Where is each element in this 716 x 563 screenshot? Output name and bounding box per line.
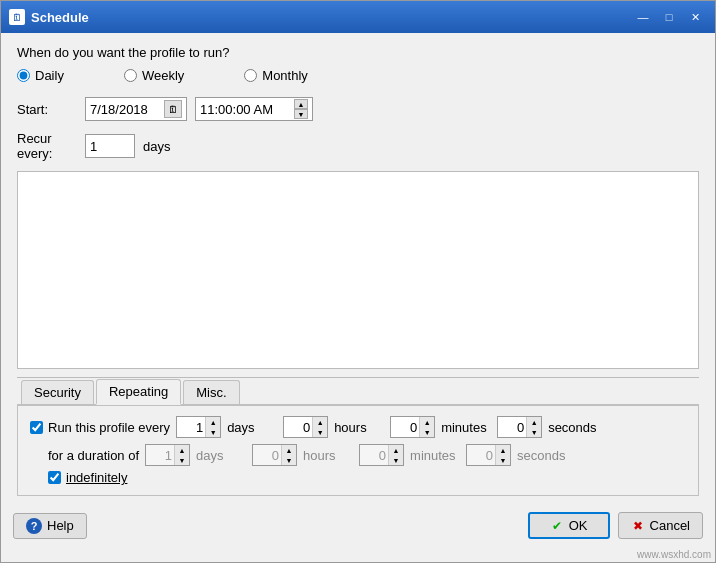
ok-icon: ✔ — [550, 519, 564, 533]
run-minutes-label: minutes — [441, 420, 491, 435]
run-checkbox[interactable] — [30, 421, 43, 434]
start-date-input[interactable] — [90, 102, 160, 117]
run-hours-label: hours — [334, 420, 384, 435]
dur-hours-down[interactable]: ▼ — [282, 455, 296, 465]
duration-row: for a duration of ▲ ▼ days ▲ — [30, 444, 686, 466]
dur-minutes-label: minutes — [410, 448, 460, 463]
recur-label: Recur every: — [17, 131, 77, 161]
title-bar-left: 🗓 Schedule — [9, 9, 89, 25]
weekly-option[interactable]: Weekly — [124, 68, 184, 83]
watermark: www.wsxhd.com — [1, 549, 715, 562]
window-title: Schedule — [31, 10, 89, 25]
run-hours-up[interactable]: ▲ — [313, 417, 327, 427]
date-picker-button[interactable]: 🗓 — [164, 100, 182, 118]
tabs-container: Security Repeating Misc. Run this profil… — [17, 377, 699, 496]
indefinitely-checkbox[interactable] — [48, 471, 61, 484]
run-seconds-spinner: ▲ ▼ — [497, 416, 542, 438]
run-days-up[interactable]: ▲ — [206, 417, 220, 427]
main-content: When do you want the profile to run? Dai… — [1, 33, 715, 504]
run-days-spinner: ▲ ▼ — [176, 416, 221, 438]
dur-minutes-input[interactable] — [360, 445, 388, 465]
run-minutes-up[interactable]: ▲ — [420, 417, 434, 427]
schedule-window: 🗓 Schedule — □ ✕ When do you want the pr… — [0, 0, 716, 563]
cancel-icon: ✖ — [631, 519, 645, 533]
tab-bar: Security Repeating Misc. — [17, 378, 699, 406]
indefinitely-row: indefinitely — [30, 470, 686, 485]
run-checkbox-label[interactable]: Run this profile every — [30, 420, 170, 435]
recur-value-input[interactable] — [85, 134, 135, 158]
run-hours-down[interactable]: ▼ — [313, 427, 327, 437]
run-seconds-label: seconds — [548, 420, 598, 435]
close-button[interactable]: ✕ — [683, 7, 707, 27]
help-button[interactable]: ? Help — [13, 513, 87, 539]
right-buttons: ✔ OK ✖ Cancel — [528, 512, 703, 539]
minimize-button[interactable]: — — [631, 7, 655, 27]
dur-minutes-spin-btns: ▲ ▼ — [388, 445, 403, 465]
recur-row: Recur every: days — [17, 131, 699, 161]
weekly-radio[interactable] — [124, 69, 137, 82]
run-seconds-spin-btns: ▲ ▼ — [526, 417, 541, 437]
dur-hours-input[interactable] — [253, 445, 281, 465]
run-days-down[interactable]: ▼ — [206, 427, 220, 437]
dur-seconds-up[interactable]: ▲ — [496, 445, 510, 455]
run-minutes-input[interactable] — [391, 417, 419, 437]
tab-security[interactable]: Security — [21, 380, 94, 404]
time-down-button[interactable]: ▼ — [294, 109, 308, 119]
ok-button[interactable]: ✔ OK — [528, 512, 610, 539]
start-row: Start: 🗓 ▲ ▼ — [17, 97, 699, 121]
time-spin-buttons: ▲ ▼ — [294, 99, 308, 119]
window-icon: 🗓 — [9, 9, 25, 25]
monthly-label: Monthly — [262, 68, 308, 83]
start-label: Start: — [17, 102, 77, 117]
cancel-button[interactable]: ✖ Cancel — [618, 512, 703, 539]
run-label: Run this profile every — [48, 420, 170, 435]
title-buttons: — □ ✕ — [631, 7, 707, 27]
run-seconds-up[interactable]: ▲ — [527, 417, 541, 427]
dur-days-up[interactable]: ▲ — [175, 445, 189, 455]
dur-hours-spinner: ▲ ▼ — [252, 444, 297, 466]
run-days-spin-btns: ▲ ▼ — [205, 417, 220, 437]
run-hours-input[interactable] — [284, 417, 312, 437]
tab-misc[interactable]: Misc. — [183, 380, 239, 404]
dur-hours-up[interactable]: ▲ — [282, 445, 296, 455]
dur-seconds-spinner: ▲ ▼ — [466, 444, 511, 466]
tab-repeating[interactable]: Repeating — [96, 379, 181, 405]
title-bar: 🗓 Schedule — □ ✕ — [1, 1, 715, 33]
dur-minutes-up[interactable]: ▲ — [389, 445, 403, 455]
help-label: Help — [47, 518, 74, 533]
dur-hours-label: hours — [303, 448, 353, 463]
repeating-tab-content: Run this profile every ▲ ▼ days — [17, 406, 699, 496]
weekly-label: Weekly — [142, 68, 184, 83]
run-days-label: days — [227, 420, 277, 435]
monthly-option[interactable]: Monthly — [244, 68, 308, 83]
bottom-bar: ? Help ✔ OK ✖ Cancel — [1, 504, 715, 549]
daily-radio[interactable] — [17, 69, 30, 82]
run-row: Run this profile every ▲ ▼ days — [30, 416, 686, 438]
start-time-input[interactable] — [200, 102, 290, 117]
dur-days-input[interactable] — [146, 445, 174, 465]
dur-seconds-input[interactable] — [467, 445, 495, 465]
duration-label: for a duration of — [48, 448, 139, 463]
run-seconds-input[interactable] — [498, 417, 526, 437]
question-label: When do you want the profile to run? — [17, 45, 699, 60]
dur-seconds-down[interactable]: ▼ — [496, 455, 510, 465]
schedule-display-area — [17, 171, 699, 369]
dur-minutes-down[interactable]: ▼ — [389, 455, 403, 465]
time-input-wrap: ▲ ▼ — [195, 97, 313, 121]
run-days-input[interactable] — [177, 417, 205, 437]
date-input-wrap: 🗓 — [85, 97, 187, 121]
run-seconds-down[interactable]: ▼ — [527, 427, 541, 437]
dur-hours-spin-btns: ▲ ▼ — [281, 445, 296, 465]
daily-label: Daily — [35, 68, 64, 83]
cancel-label: Cancel — [650, 518, 690, 533]
dur-days-down[interactable]: ▼ — [175, 455, 189, 465]
recur-unit-label: days — [143, 139, 170, 154]
maximize-button[interactable]: □ — [657, 7, 681, 27]
dur-minutes-spinner: ▲ ▼ — [359, 444, 404, 466]
run-minutes-down[interactable]: ▼ — [420, 427, 434, 437]
dur-seconds-label: seconds — [517, 448, 567, 463]
monthly-radio[interactable] — [244, 69, 257, 82]
time-up-button[interactable]: ▲ — [294, 99, 308, 109]
frequency-radio-group: Daily Weekly Monthly — [17, 68, 699, 83]
daily-option[interactable]: Daily — [17, 68, 64, 83]
